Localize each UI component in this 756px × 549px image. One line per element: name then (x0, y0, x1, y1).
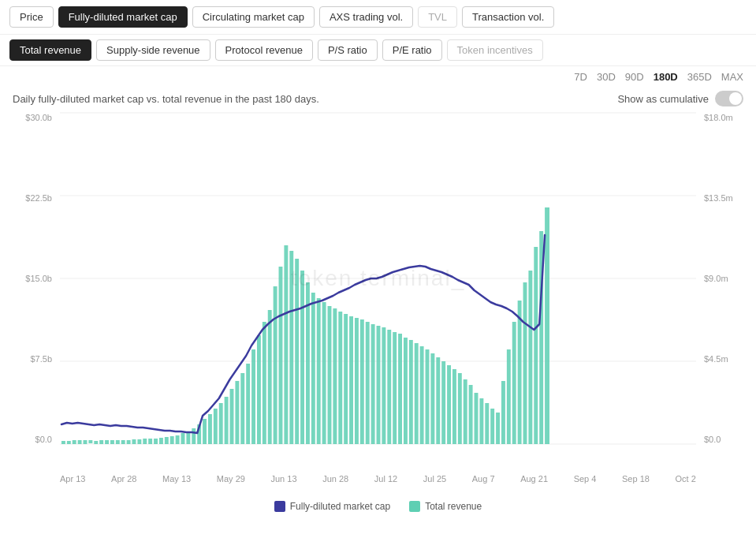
sub-protocol-revenue[interactable]: Protocol revenue (215, 39, 313, 61)
x-label-3: May 29 (217, 474, 245, 484)
svg-rect-20 (143, 439, 147, 444)
svg-rect-58 (349, 316, 353, 444)
svg-rect-53 (322, 302, 326, 444)
sub-pe-ratio[interactable]: P/E ratio (382, 39, 442, 61)
x-axis: Apr 13 Apr 28 May 13 May 29 Jun 13 Jun 2… (60, 474, 696, 484)
sub-total-revenue[interactable]: Total revenue (9, 39, 91, 61)
svg-rect-69 (409, 340, 413, 444)
time-90d[interactable]: 90D (625, 71, 644, 83)
cumulative-label: Show as cumulative (617, 93, 709, 105)
svg-rect-87 (507, 349, 511, 444)
svg-rect-82 (479, 398, 483, 444)
svg-rect-86 (501, 381, 505, 444)
x-label-7: Jul 25 (423, 474, 446, 484)
nav-fully-diluted[interactable]: Fully-diluted market cap (58, 6, 188, 28)
svg-rect-66 (393, 332, 397, 444)
cumulative-toggle-switch[interactable] (715, 91, 743, 106)
chart-svg-area: token terminal_ (60, 113, 696, 444)
svg-rect-43 (268, 310, 272, 444)
cumulative-control: Show as cumulative (617, 91, 743, 106)
nav-axs-trading[interactable]: AXS trading vol. (319, 6, 413, 28)
svg-rect-80 (469, 385, 473, 444)
svg-rect-70 (415, 343, 419, 444)
y-left-label-4: $0.0 (35, 435, 52, 444)
svg-rect-6 (67, 441, 71, 444)
time-180d[interactable]: 180D (654, 71, 678, 83)
sub-supply-side[interactable]: Supply-side revenue (96, 39, 210, 61)
svg-rect-39 (246, 364, 250, 444)
svg-rect-46 (284, 245, 288, 444)
x-label-9: Aug 21 (520, 474, 548, 484)
svg-rect-73 (430, 353, 434, 444)
svg-rect-77 (452, 369, 456, 444)
svg-rect-56 (338, 312, 342, 444)
svg-rect-8 (78, 440, 82, 444)
svg-rect-94 (545, 207, 549, 444)
svg-rect-28 (186, 431, 190, 444)
nav-transaction[interactable]: Transaction vol. (462, 6, 554, 28)
time-max[interactable]: MAX (721, 71, 743, 83)
svg-rect-12 (99, 440, 103, 444)
nav-price[interactable]: Price (9, 6, 54, 28)
x-label-11: Sep 18 (622, 474, 650, 484)
x-label-6: Jul 12 (374, 474, 397, 484)
svg-rect-68 (404, 338, 408, 444)
svg-rect-23 (159, 438, 163, 444)
legend-label-revenue: Total revenue (425, 501, 482, 512)
time-30d[interactable]: 30D (597, 71, 616, 83)
svg-rect-57 (344, 314, 348, 444)
svg-rect-11 (94, 441, 98, 444)
svg-rect-75 (441, 361, 445, 444)
svg-rect-15 (116, 440, 120, 444)
time-365d[interactable]: 365D (687, 71, 712, 83)
svg-rect-16 (121, 440, 125, 444)
svg-rect-63 (377, 326, 381, 444)
svg-rect-49 (300, 271, 304, 444)
svg-rect-19 (137, 439, 141, 444)
time-7d[interactable]: 7D (574, 71, 587, 83)
svg-rect-7 (73, 440, 76, 444)
svg-rect-65 (387, 330, 391, 444)
chart-header: Daily fully-diluted market cap vs. total… (0, 88, 756, 113)
svg-rect-88 (512, 322, 516, 444)
svg-rect-22 (154, 439, 158, 444)
x-label-1: Apr 28 (111, 474, 136, 484)
legend-item-market-cap: Fully-diluted market cap (274, 501, 390, 512)
legend-color-market-cap (274, 501, 285, 512)
sub-token-incentives[interactable]: Token incentives (447, 39, 543, 61)
svg-rect-40 (251, 349, 255, 444)
svg-rect-89 (518, 301, 522, 444)
svg-rect-59 (355, 318, 359, 444)
svg-rect-32 (208, 414, 212, 444)
sub-ps-ratio[interactable]: P/S ratio (318, 39, 378, 61)
svg-rect-51 (311, 293, 315, 444)
svg-rect-71 (420, 346, 424, 444)
svg-rect-33 (214, 409, 218, 444)
svg-rect-55 (333, 308, 337, 444)
x-label-5: Jun 28 (322, 474, 348, 484)
svg-rect-5 (61, 441, 65, 444)
svg-rect-41 (257, 335, 261, 444)
svg-rect-61 (366, 322, 370, 444)
svg-rect-85 (496, 413, 500, 444)
svg-rect-17 (127, 440, 131, 444)
svg-rect-14 (110, 440, 114, 444)
chart-legend: Fully-diluted market cap Total revenue (0, 491, 756, 518)
svg-rect-84 (490, 409, 494, 444)
svg-rect-35 (225, 397, 229, 444)
svg-rect-31 (203, 419, 207, 444)
svg-rect-36 (230, 389, 234, 444)
svg-rect-76 (447, 365, 451, 444)
svg-rect-54 (328, 306, 332, 444)
svg-rect-78 (458, 373, 462, 444)
sub-nav: Total revenue Supply-side revenue Protoc… (0, 35, 756, 66)
x-label-12: Oct 2 (676, 474, 696, 484)
nav-tvl[interactable]: TVL (418, 6, 457, 28)
svg-rect-52 (317, 298, 321, 444)
svg-rect-34 (219, 403, 223, 444)
x-label-2: May 13 (162, 474, 191, 484)
time-controls: 7D 30D 90D 180D 365D MAX (0, 66, 756, 88)
nav-circulating[interactable]: Circulating market cap (192, 6, 315, 28)
x-label-10: Sep 4 (574, 474, 597, 484)
svg-rect-25 (170, 436, 174, 444)
